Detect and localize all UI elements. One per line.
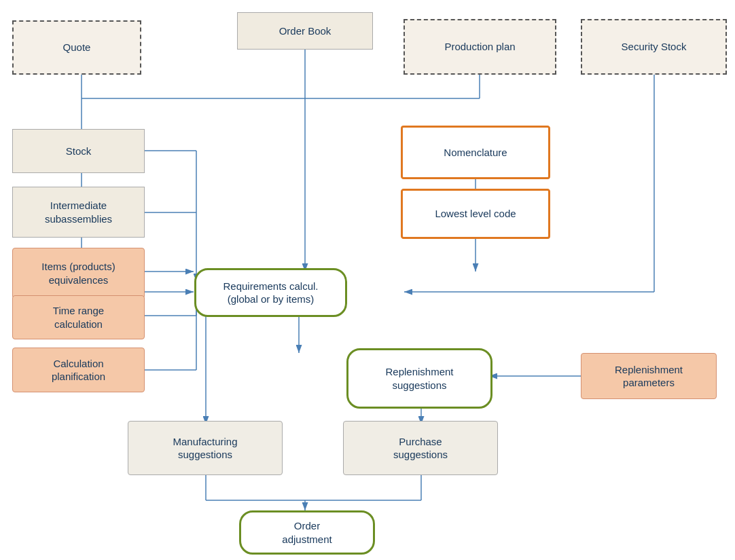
time-range-label: Time range calculation [53,304,104,331]
order-adjustment-label: Order adjustment [282,519,331,546]
security-stock-label: Security Stock [622,40,687,54]
quote-label: Quote [63,41,91,54]
intermediate-subassemblies-label: Intermediate subassemblies [45,199,112,225]
production-plan-label: Production plan [444,40,515,54]
quote-node: Quote [12,20,141,75]
requirements-calc-node: Requirements calcul. (global or by items… [194,268,347,317]
lowest-level-code-node: Lowest level code [401,189,550,239]
requirements-calc-label: Requirements calcul. (global or by items… [223,280,318,306]
items-products-node: Items (products) equivalences [12,248,145,299]
replenishment-suggestions-node: Replenishment suggestions [346,348,492,409]
order-adjustment-node: Order adjustment [239,510,375,555]
order-book-label: Order Book [279,24,331,38]
order-book-node: Order Book [237,12,373,50]
production-plan-node: Production plan [404,19,556,75]
stock-node: Stock [12,129,145,173]
time-range-node: Time range calculation [12,295,145,339]
stock-label: Stock [66,145,92,158]
replenishment-suggestions-label: Replenishment suggestions [385,365,453,392]
purchase-suggestions-label: Purchase suggestions [393,435,448,462]
security-stock-node: Security Stock [581,19,727,75]
manufacturing-suggestions-label: Manufacturing suggestions [173,435,237,462]
manufacturing-suggestions-node: Manufacturing suggestions [128,421,283,475]
calculation-planification-label: Calculation planification [52,357,105,384]
replenishment-parameters-label: Replenishment parameters [615,363,683,390]
purchase-suggestions-node: Purchase suggestions [343,421,498,475]
nomenclature-label: Nomenclature [444,146,507,160]
nomenclature-node: Nomenclature [401,126,550,179]
items-products-label: Items (products) equivalences [41,260,115,286]
diagram: Quote Order Book Production plan Securit… [0,0,735,560]
lowest-level-code-label: Lowest level code [435,207,516,221]
intermediate-subassemblies-node: Intermediate subassemblies [12,187,145,238]
replenishment-parameters-node: Replenishment parameters [581,353,717,399]
calculation-planification-node: Calculation planification [12,348,145,392]
